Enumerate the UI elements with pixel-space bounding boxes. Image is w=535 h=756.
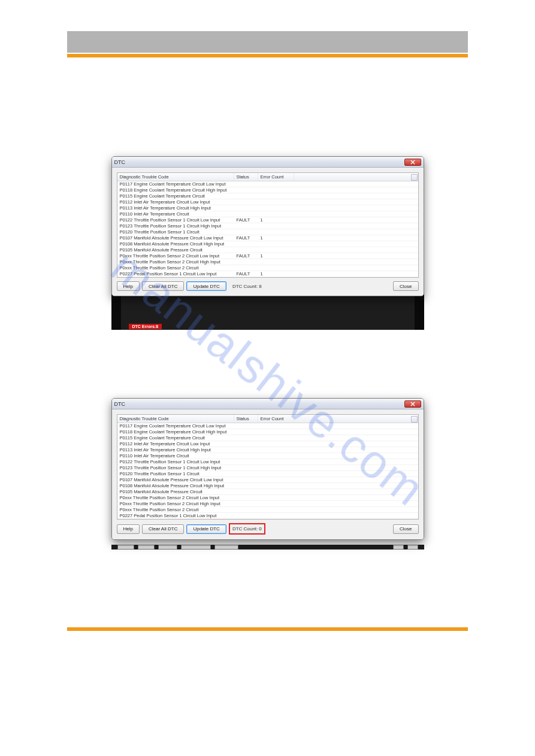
cell-dtc-code: P0105 Manifold Absolute Pressure Circuit bbox=[117, 489, 234, 494]
doc-footer-accent bbox=[67, 627, 468, 631]
cell-dtc-code: P0118 Engine Coolant Temperature Circuit… bbox=[117, 429, 234, 435]
cell-status: FAULT bbox=[234, 235, 258, 241]
table-row[interactable]: P0227 Pedal Position Sensor 1 Circuit Lo… bbox=[117, 271, 418, 277]
close-icon bbox=[410, 402, 415, 406]
table-row[interactable]: P0122 Throttle Position Sensor 1 Circuit… bbox=[117, 459, 418, 465]
table-row[interactable]: P0123 Throttle Position Sensor 1 Circuit… bbox=[117, 465, 418, 471]
table-row[interactable]: P0xxx Throttle Position Sensor 2 Circuit… bbox=[117, 501, 418, 507]
cell-dtc-code: P0123 Throttle Position Sensor 1 Circuit… bbox=[117, 223, 234, 229]
dtc-count-label: DTC Count: 0 bbox=[232, 526, 262, 532]
window-title: DTC bbox=[114, 159, 404, 165]
cell-dtc-code: P0105 Manifold Absolute Pressure Circuit bbox=[117, 247, 234, 253]
table-row[interactable]: P0115 Engine Coolant Temperature Circuit bbox=[117, 435, 418, 441]
table-row[interactable]: P0118 Engine Coolant Temperature Circuit… bbox=[117, 187, 418, 193]
table-row[interactable]: P0108 Manifold Absolute Pressure Circuit… bbox=[117, 483, 418, 489]
table-row[interactable]: P0xxx Throttle Position Sensor 2 Circuit… bbox=[117, 259, 418, 265]
table-row[interactable]: P0118 Engine Coolant Temperature Circuit… bbox=[117, 429, 418, 435]
col-header-code[interactable]: Diagnostic Trouble Code bbox=[117, 415, 234, 423]
cell-dtc-code: P0xxx Throttle Position Sensor 2 Circuit bbox=[117, 507, 234, 512]
cell-dtc-code: P0122 Throttle Position Sensor 1 Circuit… bbox=[117, 459, 234, 464]
update-dtc-button[interactable]: Update DTC bbox=[186, 524, 226, 534]
clear-all-dtc-button[interactable]: Clear All DTC bbox=[142, 524, 184, 534]
table-header: Diagnostic Trouble Code Status Error Cou… bbox=[117, 415, 418, 423]
table-row[interactable]: P0227 Pedal Position Sensor 1 Circuit Lo… bbox=[117, 513, 418, 519]
table-row[interactable]: P0113 Inlet Air Temperature Circuit High… bbox=[117, 447, 418, 453]
titlebar: DTC bbox=[112, 399, 424, 409]
table-row[interactable]: P0105 Manifold Absolute Pressure Circuit bbox=[117, 247, 418, 253]
table-row[interactable]: P0117 Engine Coolant Temperature Circuit… bbox=[117, 181, 418, 187]
window-close-button[interactable] bbox=[404, 159, 421, 166]
cell-dtc-code: P0xxx Throttle Position Sensor 2 Circuit… bbox=[117, 253, 234, 259]
col-header-status[interactable]: Status bbox=[234, 415, 258, 423]
table-row[interactable]: P0120 Throttle Position Sensor 1 Circuit bbox=[117, 471, 418, 477]
window-close-button[interactable] bbox=[404, 400, 421, 408]
col-header-code[interactable]: Diagnostic Trouble Code bbox=[117, 173, 234, 181]
cell-dtc-code: P0xxx Throttle Position Sensor 2 Circuit… bbox=[117, 495, 234, 500]
cell-dtc-code: P0122 Throttle Position Sensor 1 Circuit… bbox=[117, 217, 234, 223]
app-dark-strip bbox=[111, 540, 424, 549]
dtc-table: Diagnostic Trouble Code Status Error Cou… bbox=[117, 172, 419, 278]
table-row[interactable]: P0123 Throttle Position Sensor 1 Circuit… bbox=[117, 223, 418, 229]
cell-dtc-code: P0107 Manifold Absolute Pressure Circuit… bbox=[117, 477, 234, 482]
cell-dtc-code: P0xxx Throttle Position Sensor 2 Circuit… bbox=[117, 501, 234, 506]
help-button[interactable]: Help bbox=[117, 524, 140, 534]
col-header-error[interactable]: Error Count bbox=[258, 415, 294, 423]
cell-dtc-code: P0118 Engine Coolant Temperature Circuit… bbox=[117, 187, 234, 193]
cell-error-count: 1 bbox=[258, 217, 294, 223]
table-row[interactable]: P0107 Manifold Absolute Pressure Circuit… bbox=[117, 235, 418, 241]
table-header: Diagnostic Trouble Code Status Error Cou… bbox=[117, 173, 418, 181]
table-row[interactable]: P0122 Throttle Position Sensor 1 Circuit… bbox=[117, 217, 418, 223]
cell-error-count: 1 bbox=[258, 253, 294, 259]
cell-dtc-code: P0120 Throttle Position Sensor 1 Circuit bbox=[117, 471, 234, 476]
cell-status: FAULT bbox=[234, 271, 258, 277]
cell-dtc-code: P0107 Manifold Absolute Pressure Circuit… bbox=[117, 235, 234, 241]
dtc-count-highlight: DTC Count: 0 bbox=[229, 523, 265, 535]
table-row[interactable]: P0105 Manifold Absolute Pressure Circuit bbox=[117, 489, 418, 495]
cell-dtc-code: P0110 Inlet Air Temperature Circuit bbox=[117, 211, 234, 217]
table-row[interactable]: P0117 Engine Coolant Temperature Circuit… bbox=[117, 423, 418, 429]
col-header-status[interactable]: Status bbox=[234, 173, 258, 181]
cell-dtc-code: P0108 Manifold Absolute Pressure Circuit… bbox=[117, 241, 234, 247]
table-row[interactable]: P0115 Engine Coolant Temperature Circuit bbox=[117, 193, 418, 199]
cell-dtc-code: P0115 Engine Coolant Temperature Circuit bbox=[117, 435, 234, 441]
table-row[interactable]: P0120 Throttle Position Sensor 1 Circuit bbox=[117, 229, 418, 235]
update-dtc-button[interactable]: Update DTC bbox=[186, 281, 226, 291]
close-icon bbox=[410, 160, 415, 165]
cell-dtc-code: P0113 Inlet Air Temperature Circuit High… bbox=[117, 205, 234, 211]
dtc-count-label: DTC Count: 8 bbox=[229, 284, 265, 289]
cell-error-count: 1 bbox=[258, 235, 294, 241]
table-row[interactable]: P0xxx Throttle Position Sensor 2 Circuit… bbox=[117, 495, 418, 501]
help-button[interactable]: Help bbox=[117, 281, 140, 291]
scrollbar-up-icon[interactable] bbox=[411, 174, 418, 181]
close-button[interactable]: Close bbox=[393, 524, 418, 534]
cell-dtc-code: P0227 Pedal Position Sensor 1 Circuit Lo… bbox=[117, 513, 234, 518]
cell-dtc-code: P0xxx Throttle Position Sensor 2 Circuit… bbox=[117, 259, 234, 265]
dtc-table: Diagnostic Trouble Code Status Error Cou… bbox=[117, 414, 419, 520]
table-row[interactable]: P0108 Manifold Absolute Pressure Circuit… bbox=[117, 241, 418, 247]
cell-dtc-code: P0227 Pedal Position Sensor 1 Circuit Lo… bbox=[117, 271, 234, 277]
table-row[interactable]: P0xxx Throttle Position Sensor 2 Circuit bbox=[117, 507, 418, 513]
table-row[interactable]: P0107 Manifold Absolute Pressure Circuit… bbox=[117, 477, 418, 483]
cell-status: FAULT bbox=[234, 217, 258, 223]
cell-dtc-code: P0120 Throttle Position Sensor 1 Circuit bbox=[117, 229, 234, 235]
cell-status: FAULT bbox=[234, 253, 258, 259]
table-row[interactable]: P0xxx Throttle Position Sensor 2 Circuit bbox=[117, 265, 418, 271]
table-row[interactable]: P0112 Inlet Air Temperature Circuit Low … bbox=[117, 441, 418, 447]
table-row[interactable]: P0xxx Throttle Position Sensor 2 Circuit… bbox=[117, 253, 418, 259]
cell-dtc-code: P0112 Inlet Air Temperature Circuit Low … bbox=[117, 199, 234, 205]
clear-all-dtc-button[interactable]: Clear All DTC bbox=[142, 281, 184, 291]
table-row[interactable]: P0112 Inlet Air Temperature Circuit Low … bbox=[117, 199, 418, 205]
table-row[interactable]: P0113 Inlet Air Temperature Circuit High… bbox=[117, 205, 418, 211]
cell-dtc-code: P0112 Inlet Air Temperature Circuit Low … bbox=[117, 441, 234, 447]
cell-dtc-code: P0xxx Throttle Position Sensor 2 Circuit bbox=[117, 265, 234, 271]
cell-dtc-code: P0108 Manifold Absolute Pressure Circuit… bbox=[117, 483, 234, 488]
cell-dtc-code: P0117 Engine Coolant Temperature Circuit… bbox=[117, 423, 234, 429]
dtc-window: DTC Diagnostic Trouble Code Status Error… bbox=[111, 156, 424, 296]
table-row[interactable]: P0110 Inlet Air Temperature Circuit bbox=[117, 211, 418, 217]
close-button[interactable]: Close bbox=[393, 281, 418, 291]
doc-header-bar bbox=[67, 31, 468, 53]
col-header-error[interactable]: Error Count bbox=[258, 173, 294, 181]
table-row[interactable]: P0110 Inlet Air Temperature Circuit bbox=[117, 453, 418, 459]
scrollbar-up-icon[interactable] bbox=[411, 416, 418, 423]
cell-dtc-code: P0113 Inlet Air Temperature Circuit High… bbox=[117, 447, 234, 453]
